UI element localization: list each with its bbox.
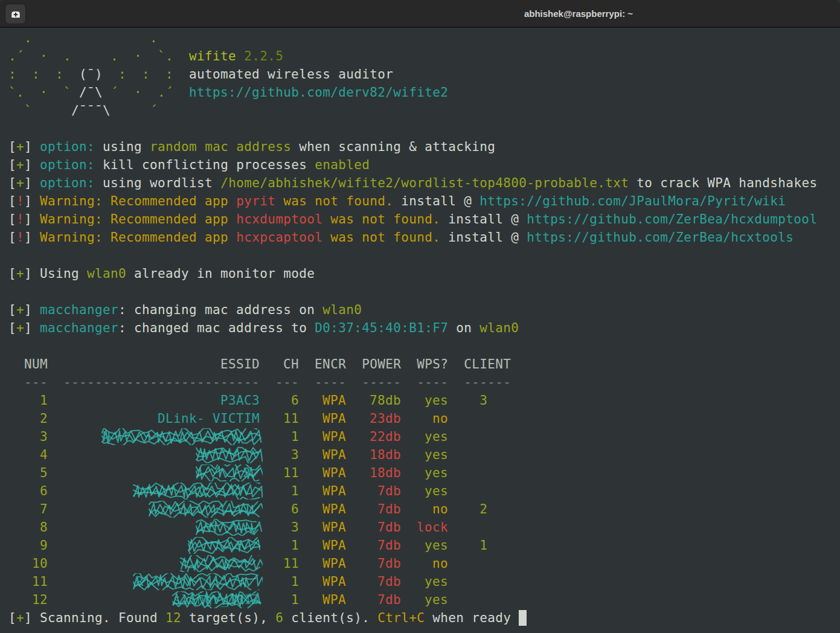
text-segment: WPA <box>299 393 346 408</box>
essid-cell: DLink- VICTIM <box>63 410 260 428</box>
text-segment: macchanger <box>40 321 118 335</box>
text-segment: (¯) <box>79 67 103 82</box>
text-segment: 22db <box>346 429 401 444</box>
terminal-window: abhishek@raspberrypi: ~ . ..´ · . . · `.… <box>0 0 840 633</box>
text-segment: target(s), <box>181 611 275 625</box>
text-segment: ] <box>24 140 40 154</box>
text-segment: no <box>401 556 448 571</box>
essid-cell-redacted <box>63 536 260 554</box>
text-segment: WPA <box>299 556 346 571</box>
text-segment: 78db <box>346 393 401 408</box>
text-segment: 7db <box>346 520 401 535</box>
text-segment: 12 <box>8 593 63 607</box>
terminal-line: NUM ESSID CH ENCR POWER WPS? CLIENT <box>8 355 840 373</box>
text-segment: 6 <box>260 502 299 516</box>
terminal-line: 1 P3AC3 6 WPA 78db yes 3 <box>8 391 840 410</box>
text-segment: + <box>16 176 24 190</box>
text-segment: 7db <box>346 593 401 607</box>
text-segment: ! <box>16 230 24 245</box>
terminal-line: .´ · . . · `. wifite 2.2.5 <box>8 47 840 65</box>
text-segment: 11 <box>260 411 299 426</box>
text-segment: + <box>16 266 24 281</box>
text-segment: was not found. <box>275 194 393 208</box>
terminal-line: 8 3 WPA 7db lock <box>8 518 840 536</box>
text-segment: [ <box>8 303 16 317</box>
text-segment: 11 <box>260 466 299 480</box>
text-segment: lock <box>401 520 448 535</box>
text-segment: WPA <box>299 429 346 444</box>
text-segment: https://github.com/ZerBea/hcxtools <box>527 230 794 245</box>
text-segment: on <box>448 321 479 335</box>
text-segment: ] Using <box>24 266 87 281</box>
text-segment: install @ <box>440 212 527 227</box>
terminal-line: [+] Scanning. Found 12 target(s), 6 clie… <box>8 609 840 627</box>
text-segment: 23db <box>346 411 401 426</box>
text-segment <box>448 484 487 498</box>
terminal-line: [+] option: using random mac address whe… <box>8 138 840 156</box>
text-segment: 18db <box>346 466 401 480</box>
terminal-cursor <box>519 610 527 626</box>
text-segment: enabled <box>315 158 370 172</box>
text-segment: `. · ` <box>8 85 79 100</box>
text-segment: was not found. <box>322 230 440 245</box>
text-segment: install @ <box>440 230 527 245</box>
text-segment: 1 <box>260 574 299 589</box>
text-segment: WPA <box>299 411 346 426</box>
text-segment <box>448 411 487 426</box>
text-segment: 7db <box>346 574 401 589</box>
essid-cell-redacted <box>63 518 260 536</box>
text-segment: Warning: Recommended app <box>40 194 236 208</box>
terminal-line: [!] Warning: Recommended app pyrit was n… <box>8 192 840 210</box>
text-segment: ] <box>24 230 40 245</box>
text-segment: + <box>16 321 24 335</box>
text-segment <box>448 520 487 535</box>
terminal-line: 6 1 WPA 7db yes <box>8 482 840 500</box>
titlebar: abhishek@raspberrypi: ~ <box>0 0 840 28</box>
text-segment: no <box>401 502 448 516</box>
text-segment <box>173 49 189 63</box>
essid-text: DLink- VICTIM <box>158 411 260 426</box>
text-segment: random mac address <box>150 140 291 154</box>
text-segment: yes <box>401 484 448 498</box>
essid-cell-redacted: slingr_1013 <box>63 591 260 609</box>
terminal[interactable]: . ..´ · . . · `. wifite 2.2.5: : : (¯) :… <box>0 28 840 633</box>
essid-cell-redacted: R <box>63 573 260 591</box>
redaction-scribble <box>132 573 263 590</box>
essid-cell-redacted <box>63 554 260 573</box>
text-segment: 6 <box>275 611 283 625</box>
terminal-output: . ..´ · . . · `. wifite 2.2.5: : : (¯) :… <box>8 29 840 627</box>
terminal-line: [!] Warning: Recommended app hcxpcaptool… <box>8 228 840 246</box>
text-segment: [ <box>8 230 16 245</box>
text-segment: + <box>16 303 24 317</box>
text-segment: 3 <box>448 393 487 408</box>
terminal-line: [+] Using wlan0 already in monitor mode <box>8 265 840 283</box>
terminal-line: ` /¯¯¯\ ´ <box>8 101 840 120</box>
text-segment <box>448 574 487 589</box>
text-segment: 12 <box>165 611 181 625</box>
text-segment: ] <box>24 176 40 190</box>
text-segment: Warning: Recommended app <box>40 230 236 245</box>
text-segment: : : : <box>8 67 79 82</box>
new-tab-button[interactable] <box>5 4 26 24</box>
text-segment: 1 <box>8 393 63 408</box>
terminal-line: [+] macchanger: changed mac address to D… <box>8 319 840 337</box>
text-segment <box>448 429 487 444</box>
text-segment: 8 <box>8 520 63 535</box>
text-segment <box>173 85 189 100</box>
text-segment: : changing mac address on <box>118 303 322 317</box>
redaction-scribble <box>132 483 263 500</box>
text-segment: WPA <box>299 574 346 589</box>
essid-cell-redacted <box>63 446 260 464</box>
text-segment: /home/abhishek/wifite2/wordlist-top4800-… <box>220 176 629 190</box>
text-segment: WPA <box>299 484 346 498</box>
text-segment: WPA <box>299 538 346 553</box>
text-segment: [ <box>8 321 16 335</box>
text-segment: automated wireless auditor <box>173 67 393 82</box>
text-segment: ´ · .´ <box>103 85 173 100</box>
text-segment: wlan0 <box>322 303 362 317</box>
text-segment: pyrit <box>236 194 275 208</box>
redaction-scribble <box>195 446 263 463</box>
text-segment: 4 <box>8 448 63 462</box>
text-segment: .´ · . . · `. <box>8 49 173 63</box>
text-segment: [ <box>8 611 16 625</box>
